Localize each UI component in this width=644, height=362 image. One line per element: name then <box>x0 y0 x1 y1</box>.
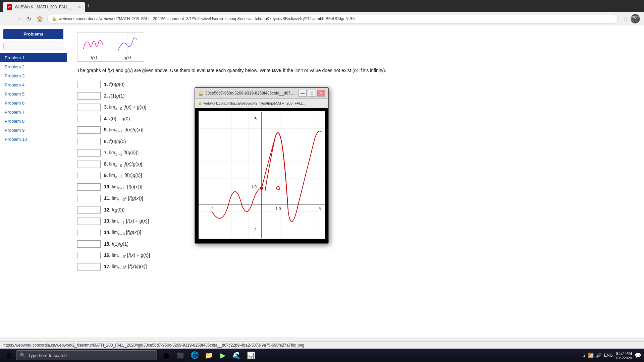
problem-row-10: 10. limx→1- [f(g(x))] <box>77 183 634 191</box>
instruction-text: The graphs of f(x) and g(x) are given ab… <box>77 67 634 74</box>
start-button[interactable]: ⊞ <box>3 349 15 361</box>
problem-text-4: 4. f(0) + g(0) <box>104 116 130 121</box>
problem-row-3: 3. limx→0 [f(x) + g(x)] <box>77 104 634 111</box>
incognito-button[interactable]: Incognito (4) <box>631 14 640 23</box>
sidebar-item-problem3[interactable]: Problem 3 <box>0 71 67 80</box>
taskbar-time: 6:57 PM <box>615 351 632 356</box>
sidebar-search-input[interactable] <box>3 43 63 50</box>
svg-text:1.0: 1.0 <box>275 206 281 211</box>
problem-input-8[interactable] <box>77 161 101 168</box>
bookmark-icon[interactable]: ☆ <box>623 16 628 22</box>
taskbar-system-icons: ▲ 📶 🔊 <box>583 353 601 358</box>
problem-row-4: 4. f(0) + g(0) <box>77 115 634 122</box>
popup-lock-icon: 🔒 <box>198 102 202 105</box>
forward-button[interactable]: → <box>15 14 23 23</box>
taskbar-app-premiere[interactable]: ▶ <box>216 349 229 361</box>
lock-icon: 🔒 <box>52 16 57 21</box>
problem-input-14[interactable] <box>77 229 101 236</box>
taskbar-search-bar[interactable]: 🔍 Type here to search <box>16 350 157 360</box>
tab-close-btn[interactable]: ✕ <box>78 5 81 9</box>
active-tab[interactable]: W WeBWorK : MATH_203_FALL_202... ✕ <box>3 2 85 12</box>
taskbar-apps: ⬤ ⬛ 🌐 📁 ▶ 🌊 📊 <box>160 349 258 361</box>
problem-input-5[interactable] <box>77 126 101 134</box>
svg-text:-2: -2 <box>210 206 214 211</box>
problem-input-13[interactable] <box>77 218 101 225</box>
taskbar-app-cortana[interactable]: ⬤ <box>160 349 173 361</box>
sidebar-item-problem10[interactable]: Problem 10 <box>0 135 67 144</box>
problems-list: 1. f(0)g(0) 2. f(1)g(1) 3. limx→0 [f(x) … <box>77 81 634 270</box>
problem-text-14: 14. limx→0 [f(g(x))] <box>104 230 141 236</box>
sidebar-item-problem4[interactable]: Problem 4 <box>0 80 67 89</box>
new-tab-button[interactable]: + <box>87 3 90 10</box>
svg-text:1.0: 1.0 <box>251 185 257 189</box>
popup-maximize-button[interactable]: □ <box>308 90 316 97</box>
problem-input-15[interactable] <box>77 240 101 248</box>
taskbar-app-taskview[interactable]: ⬛ <box>174 349 187 361</box>
problem-row-17: 17. limx→0+ [f(x)/g(x)] <box>77 263 634 270</box>
problem-text-8: 8. limx→0 [f(x)/g(x)] <box>104 161 142 168</box>
sidebar: Problems Problem 1 Problem 2 Problem 3 P… <box>0 25 67 337</box>
taskbar-app-excel[interactable]: 📊 <box>244 349 258 361</box>
address-text: webwork.concordia.ca/webwork2/MATH_203_F… <box>59 16 355 21</box>
thumb-label-f: f(x) <box>79 55 109 60</box>
problem-input-11[interactable] <box>77 195 101 202</box>
sidebar-item-problem6[interactable]: Problem 6 <box>0 99 67 108</box>
problem-text-16: 16. limx→0- [f(x) + g(x)] <box>104 252 150 259</box>
volume-icon[interactable]: 🔊 <box>596 353 601 358</box>
problem-text-12: 12. f(g(0)) <box>104 207 125 213</box>
thumb-svg-f <box>82 34 107 54</box>
problem-input-7[interactable] <box>77 149 101 157</box>
popup-titlebar: 🔒 33ce56d7-950c-3269-9319-8258f436cbfa__… <box>195 88 328 99</box>
address-bar[interactable]: 🔒 webwork.concordia.ca/webwork2/MATH_203… <box>47 14 618 23</box>
main-content: f(x) g(x) The graphs of f(x) and g(x) ar… <box>67 25 644 337</box>
thumb-label-g: g(x) <box>112 55 143 60</box>
graph-thumb-f: f(x) <box>77 33 111 61</box>
sidebar-item-problem9[interactable]: Problem 9 <box>0 126 67 135</box>
taskbar-app-edge[interactable]: 🌊 <box>230 349 244 361</box>
problem-input-4[interactable] <box>77 115 101 122</box>
status-bar: https://webwork.concordia.ca/webwork2_fi… <box>0 341 644 349</box>
tab-bar: W WeBWorK : MATH_203_FALL_202... ✕ + <box>0 0 644 12</box>
home-button[interactable]: 🏠 <box>35 14 45 23</box>
problem-input-6[interactable] <box>77 138 101 145</box>
problem-text-13: 13. limx→1 [f(x) + g(x)] <box>104 218 149 225</box>
problems-button[interactable]: Problems <box>3 29 63 39</box>
graph-thumb-g: g(x) <box>111 33 144 61</box>
sidebar-item-problem8[interactable]: Problem 8 <box>0 117 67 126</box>
address-bar-row: ← → ↻ 🏠 🔒 webwork.concordia.ca/webwork2/… <box>0 12 644 25</box>
reload-button[interactable]: ↻ <box>25 14 33 23</box>
problem-input-3[interactable] <box>77 104 101 111</box>
taskbar-app-chrome[interactable]: 🌐 <box>188 349 201 361</box>
problem-input-9[interactable] <box>77 172 101 179</box>
taskbar-clock[interactable]: 6:57 PM 10/5/2020 <box>615 351 632 360</box>
sidebar-item-problem2[interactable]: Problem 2 <box>0 62 67 71</box>
problem-text-1: 1. f(0)g(0) <box>104 82 125 87</box>
problem-input-17[interactable] <box>77 263 101 270</box>
problem-row-12: 12. f(g(0)) <box>77 206 634 214</box>
svg-text:-2: -2 <box>253 228 257 232</box>
popup-controls: — □ ✕ <box>299 90 325 97</box>
popup-close-button[interactable]: ✕ <box>317 90 325 97</box>
popup-minimize-button[interactable]: — <box>299 90 307 97</box>
sidebar-item-problem5[interactable]: Problem 5 <box>0 89 67 99</box>
graph-thumbnails: f(x) g(x) <box>77 32 144 62</box>
taskbar: ⊞ 🔍 Type here to search ⬤ ⬛ 🌐 📁 ▶ 🌊 📊 ▲ … <box>0 349 644 362</box>
graph-svg: -2 1.0 5 5 1.0 -2 <box>199 111 325 239</box>
taskbar-right: ▲ 📶 🔊 ENG 6:57 PM 10/5/2020 💬 <box>583 351 641 360</box>
taskbar-app-explorer[interactable]: 📁 <box>202 349 215 361</box>
problem-input-1[interactable] <box>77 81 101 88</box>
arrow-up-icon[interactable]: ▲ <box>583 354 586 357</box>
problem-row-11: 11. limx→0+ [f(g(x))] <box>77 195 634 202</box>
back-button[interactable]: ← <box>4 14 12 23</box>
problem-input-10[interactable] <box>77 183 101 191</box>
problem-text-6: 6. f(0)/g(0) <box>104 139 126 144</box>
sidebar-item-problem1[interactable]: Problem 1 <box>0 53 67 62</box>
problem-row-1: 1. f(0)g(0) <box>77 81 634 88</box>
notification-icon[interactable]: 💬 <box>635 352 641 359</box>
incognito-label: Incognito (4) <box>629 15 642 22</box>
problem-input-2[interactable] <box>77 92 101 100</box>
network-icon[interactable]: 📶 <box>588 353 594 358</box>
sidebar-item-problem7[interactable]: Problem 7 <box>0 108 67 117</box>
problem-input-16[interactable] <box>77 252 101 259</box>
problem-input-12[interactable] <box>77 206 101 214</box>
